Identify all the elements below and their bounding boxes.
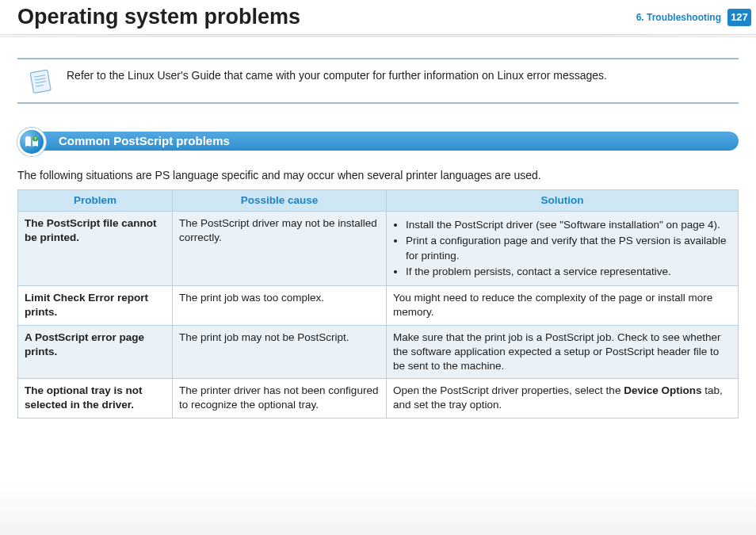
page-header: Operating system problems 6. Troubleshoo…	[0, 0, 756, 31]
cell-cause: The print job was too complex.	[173, 286, 387, 325]
col-header-problem: Problem	[18, 190, 173, 212]
page-title: Operating system problems	[17, 5, 300, 29]
solution-bold: Device Options	[624, 384, 701, 396]
col-header-solution: Solution	[387, 190, 739, 212]
section-header: Common PostScript problems ?	[17, 128, 739, 155]
col-header-cause: Possible cause	[173, 190, 387, 212]
chapter-label: 6. Troubleshooting	[636, 12, 721, 23]
solution-item: Install the PostScript driver (see "Soft…	[406, 218, 731, 232]
cell-cause: The printer driver has not been configur…	[173, 379, 387, 418]
cell-solution: Open the PostScript driver properties, s…	[387, 379, 739, 418]
info-note: Refer to the Linux User's Guide that cam…	[17, 58, 739, 104]
breadcrumb: 6. Troubleshooting 127	[636, 9, 756, 26]
header-divider	[0, 34, 756, 37]
cell-cause: The print job may not be PostScript.	[173, 325, 387, 379]
table-row: A PostScript error page prints. The prin…	[18, 325, 739, 379]
cell-problem: Limit Check Error report prints.	[18, 286, 173, 325]
cell-solution: Install the PostScript driver (see "Soft…	[387, 212, 739, 286]
cell-problem: The PostScript file cannot be printed.	[18, 212, 173, 286]
troubleshooting-table: Problem Possible cause Solution The Post…	[17, 189, 739, 418]
solution-item: Print a configuration page and verify th…	[406, 234, 731, 262]
table-row: The PostScript file cannot be printed. T…	[18, 212, 739, 286]
cell-cause: The PostScript driver may not be install…	[173, 212, 387, 286]
book-question-icon: ?	[17, 128, 46, 156]
cell-problem: The optional tray is not selected in the…	[18, 379, 173, 418]
table-header-row: Problem Possible cause Solution	[18, 190, 739, 212]
table-row: Limit Check Error report prints. The pri…	[18, 286, 739, 325]
page-number-badge: 127	[727, 9, 751, 26]
page-bottom-shadow	[0, 487, 756, 535]
section-title: Common PostScript problems	[22, 132, 739, 151]
cell-solution: You might need to reduce the complexity …	[387, 286, 739, 325]
solution-item: If the problem persists, contact a servi…	[406, 265, 731, 279]
table-row: The optional tray is not selected in the…	[18, 379, 739, 418]
solution-text-pre: Open the PostScript driver properties, s…	[393, 384, 624, 396]
svg-rect-0	[30, 70, 51, 93]
note-text: Refer to the Linux User's Guide that cam…	[67, 67, 607, 82]
section-intro: The following situations are PS language…	[17, 169, 739, 182]
note-paper-icon	[25, 67, 54, 94]
cell-problem: A PostScript error page prints.	[18, 325, 173, 379]
cell-solution: Make sure that the print job is a PostSc…	[387, 325, 739, 379]
